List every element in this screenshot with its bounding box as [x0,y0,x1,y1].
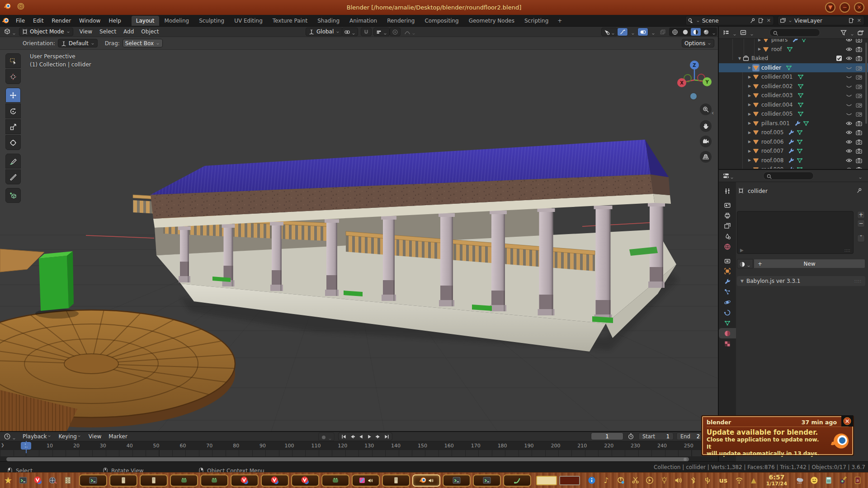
outliner-row-collider.002[interactable]: ▶collider.002 [719,82,868,91]
drag-handle-icon[interactable]: :::: [844,248,850,253]
eye-open-icon[interactable] [845,39,853,43]
tray-info-icon[interactable] [588,476,596,484]
gizmos-toggle[interactable] [617,28,628,36]
pan-button[interactable] [700,120,712,132]
pillar[interactable] [178,226,191,282]
outliner-row-collider[interactable]: ▶collider [719,63,868,73]
viewport-menu-view[interactable]: View [76,28,96,36]
eye-open-icon[interactable] [845,55,853,62]
workspace-tab-shading[interactable]: Shading [313,16,344,26]
overlays-toggle[interactable] [637,28,648,36]
eye-open-icon[interactable] [845,166,853,169]
remove-viewlayer-icon[interactable]: ✕ [856,18,862,23]
expand-arrow-icon[interactable]: ▶ [757,39,762,42]
stopwatch-icon[interactable] [627,433,635,440]
properties-tab-tool[interactable] [719,186,736,196]
orientation-dropdown[interactable]: Default [58,39,98,47]
outliner-row-roof.006[interactable]: ▶roof.006 [719,137,868,147]
taskbar-window-audio[interactable] [352,474,380,487]
checkbox-checked-icon[interactable] [835,55,843,62]
launcher-vivaldi[interactable] [33,475,43,486]
auto-key-button[interactable] [318,432,335,441]
taskbar-window-file[interactable] [382,474,410,487]
workspace-tab-scripting[interactable]: Scripting [520,16,553,26]
tray-note-icon[interactable]: ♪ [602,476,610,484]
pillar[interactable] [490,211,507,311]
taskbar-window-terminal[interactable] [473,474,501,487]
properties-tab-constraints[interactable] [719,307,736,318]
timeline-expand-arrow[interactable]: ❯ [1,443,5,447]
camera-off-icon[interactable] [855,101,863,108]
proportional-edit-toggle[interactable] [390,28,401,36]
expand-arrow-icon[interactable]: ▶ [747,112,752,116]
jump-to-start-button[interactable] [340,433,348,440]
properties-search-input[interactable] [763,172,814,180]
pillar[interactable] [538,208,555,315]
start-frame-field[interactable]: Start1 [638,432,674,440]
menu-render[interactable]: Render [47,16,75,25]
workspace-tab-sculpting[interactable]: Sculpting [194,16,229,26]
timeline-menu-keying[interactable]: Keying [55,432,85,441]
camera-off-icon[interactable] [855,83,863,90]
taskbar-window-terminal[interactable] [443,474,471,487]
taskbar-window-file[interactable] [109,474,137,487]
launcher-cabinet[interactable] [62,475,73,486]
window-shade-button[interactable]: ▼ [825,2,835,13]
current-frame-field[interactable]: 1 [591,432,623,440]
scene-selector[interactable]: Scene ✕ [685,16,774,25]
timeline-ruler[interactable]: 1020304050607080901001101201301401501601… [0,441,718,450]
camera-on-icon[interactable] [855,55,863,62]
material-specials-button[interactable]: ˇ [857,235,865,242]
timeline-menu-marker[interactable]: Marker [105,432,131,441]
expand-arrow-icon[interactable]: ▶ [747,94,752,98]
overlays-dropdown[interactable] [649,28,657,36]
eye-closed-icon[interactable] [845,64,853,71]
filter-icon[interactable] [840,29,847,36]
pager-workspace-2[interactable] [559,476,580,485]
camera-off-icon[interactable] [855,92,863,99]
tray-calc-icon[interactable] [825,476,833,484]
viewlayer-selector[interactable]: ViewLayer ✕ [778,16,864,25]
camera-on-icon[interactable] [855,46,863,53]
outliner-row-roof.009[interactable]: ▶roof.009 [719,165,868,169]
outliner-row-pillars.001[interactable]: ▶pillars.001 [719,119,868,128]
expand-arrow-icon[interactable]: ▶ [740,248,744,253]
properties-tab-particles[interactable] [719,286,736,297]
menu-help[interactable]: Help [104,16,125,25]
tray-bluetooth-icon[interactable] [689,476,697,484]
pin-icon[interactable] [750,18,756,24]
properties-tab-collection[interactable] [719,255,736,266]
new-viewlayer-icon[interactable] [848,18,854,24]
menu-file[interactable]: File [12,16,29,25]
properties-editor-icon[interactable] [722,172,730,179]
xray-toggle[interactable] [658,28,668,36]
tray-wifi-icon[interactable] [735,476,743,484]
taskbar-window-file[interactable] [140,474,168,487]
tray-usb-icon[interactable] [703,476,712,484]
babylon-addon-panel[interactable]: ▼ Babylon.js ver 3.3.1 :::: [737,276,865,286]
tool-annotate[interactable] [5,154,21,169]
workspace-tab-rendering[interactable]: Rendering [382,16,419,26]
expand-arrow-icon[interactable]: ▶ [747,168,752,169]
workspace-tab-modeling[interactable]: Modeling [160,16,194,26]
tray-ink-icon[interactable] [839,476,847,484]
expand-arrow-icon[interactable]: ▶ [747,75,752,79]
workspace-tab-texture-paint[interactable]: Texture Paint [268,16,312,26]
material-slot-list[interactable]: ▶:::: [737,211,854,254]
previous-keyframe-button[interactable] [349,433,356,440]
eye-closed-icon[interactable] [845,101,853,108]
keyboard-layout-indicator[interactable]: us [718,477,729,484]
pillar[interactable] [325,219,339,296]
shading-material-button[interactable] [691,28,701,36]
menu-edit[interactable]: Edit [29,16,47,25]
camera-on-icon[interactable] [855,39,863,43]
new-material-button[interactable]: +New [754,259,865,268]
tray-smiley-icon[interactable] [810,476,818,484]
editor-type-3d-icon[interactable] [4,28,11,35]
3d-scene[interactable] [0,50,718,431]
pillar[interactable] [381,216,396,301]
filter-collection-icon[interactable] [740,29,747,36]
shading-rendered-button[interactable] [701,28,711,36]
tool-scale[interactable] [5,119,21,134]
tray-up-icon[interactable]: ▲ [750,476,758,484]
